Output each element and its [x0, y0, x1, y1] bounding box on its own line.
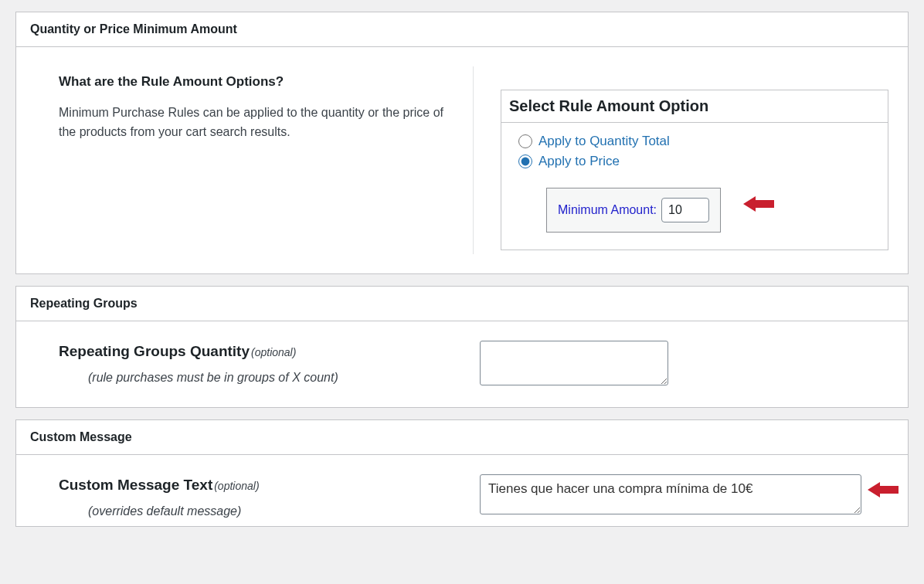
help-heading: What are the Rule Amount Options?: [59, 74, 450, 90]
minimum-amount-label: Minimum Amount:: [558, 203, 657, 217]
svg-marker-1: [868, 482, 899, 497]
radio-row-price: Apply to Price: [518, 154, 871, 169]
arrow-left-icon: [868, 480, 899, 499]
repeating-groups-input[interactable]: [480, 341, 668, 385]
panel-header-quantity-price: Quantity or Price Minimum Amount: [16, 12, 908, 47]
radio-apply-quantity[interactable]: [518, 134, 532, 148]
panel-body: What are the Rule Amount Options? Minimu…: [16, 47, 908, 273]
optional-tag: (optional): [251, 346, 296, 358]
help-column: What are the Rule Amount Options? Minimu…: [59, 66, 474, 254]
custom-message-input[interactable]: [480, 474, 861, 514]
svg-marker-0: [743, 196, 774, 212]
rule-amount-fieldset: Select Rule Amount Option Apply to Quant…: [501, 90, 888, 250]
options-column: Select Rule Amount Option Apply to Quant…: [474, 66, 888, 254]
minimum-amount-box: Minimum Amount:: [546, 188, 721, 233]
custom-message-label: Custom Message Text: [59, 477, 212, 493]
panel-quantity-price-minimum: Quantity or Price Minimum Amount What ar…: [15, 12, 909, 274]
repeating-groups-hint: (rule purchases must be in groups of X c…: [88, 371, 474, 385]
custom-message-hint: (overrides default message): [88, 504, 474, 518]
field-input-column: [474, 341, 888, 388]
field-label-column: Repeating Groups Quantity(optional) (rul…: [59, 341, 474, 385]
fieldset-title: Select Rule Amount Option: [501, 90, 888, 123]
radio-row-quantity: Apply to Quantity Total: [518, 134, 871, 149]
panel-header-repeating: Repeating Groups: [16, 287, 908, 321]
minimum-amount-input[interactable]: [661, 198, 709, 222]
panel-header-custom-message: Custom Message: [16, 420, 908, 455]
panel-custom-message: Custom Message Custom Message Text(optio…: [15, 419, 909, 527]
help-description: Minimum Purchase Rules can be applied to…: [59, 104, 450, 142]
field-label-column: Custom Message Text(optional) (overrides…: [59, 474, 474, 518]
radio-label-price[interactable]: Apply to Price: [538, 154, 620, 169]
panel-body: Custom Message Text(optional) (overrides…: [16, 455, 908, 526]
arrow-left-icon: [743, 195, 774, 213]
field-input-column: [474, 474, 888, 517]
optional-tag: (optional): [214, 480, 259, 492]
fieldset-body: Apply to Quantity Total Apply to Price M…: [501, 123, 888, 250]
radio-apply-price[interactable]: [518, 154, 532, 168]
panel-body: Repeating Groups Quantity(optional) (rul…: [16, 321, 908, 407]
repeating-groups-label: Repeating Groups Quantity: [59, 343, 250, 359]
panel-repeating-groups: Repeating Groups Repeating Groups Quanti…: [15, 286, 909, 408]
radio-label-quantity[interactable]: Apply to Quantity Total: [538, 134, 670, 149]
